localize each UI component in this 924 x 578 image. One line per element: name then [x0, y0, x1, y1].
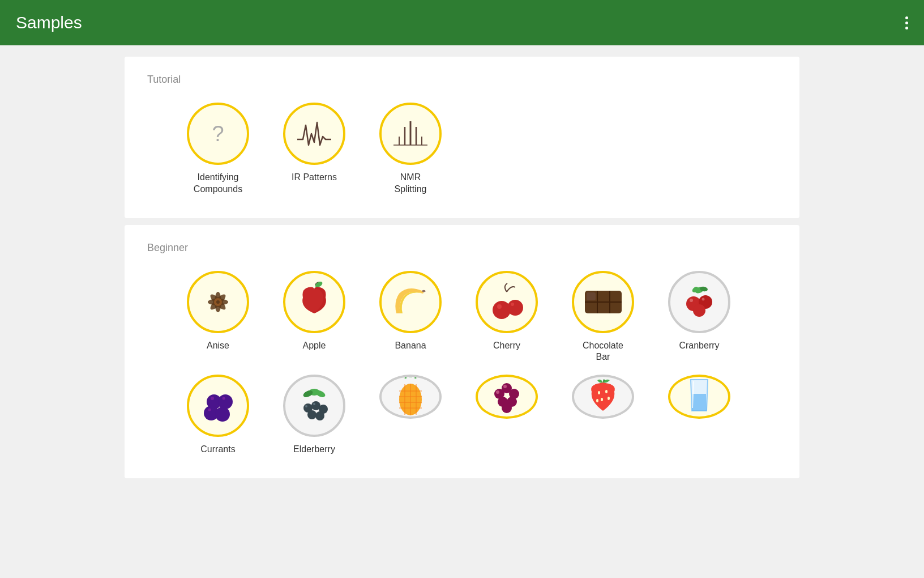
- banana-item[interactable]: Banana: [374, 271, 447, 364]
- svg-point-66: [608, 397, 610, 400]
- svg-point-35: [222, 397, 225, 400]
- cherry-icon-circle: [476, 271, 538, 333]
- ir-patterns-item[interactable]: IR Patterns: [277, 103, 351, 196]
- svg-point-45: [305, 405, 307, 407]
- svg-point-16: [511, 303, 514, 306]
- cherry-item[interactable]: Cherry: [470, 271, 544, 364]
- apple-icon-circle: [283, 271, 345, 333]
- chocolate-bar-item[interactable]: ChocolateBar: [566, 271, 640, 364]
- currants-icon: [197, 386, 239, 426]
- elderberry-label: Elderberry: [293, 444, 335, 456]
- raspberry-item[interactable]: [470, 375, 544, 426]
- svg-point-27: [693, 304, 705, 317]
- tutorial-items-grid: ? IdentifyingCompounds IR Patterns: [147, 103, 777, 196]
- svg-point-11: [216, 300, 220, 304]
- nmr-splitting-icon-circle: [379, 103, 442, 165]
- svg-point-44: [315, 411, 324, 420]
- elderberry-icon-circle: [283, 375, 345, 437]
- svg-rect-21: [587, 292, 596, 300]
- elderberry-icon: [292, 385, 336, 426]
- strawberry-icon-circle: [572, 375, 634, 419]
- anise-label: Anise: [207, 340, 229, 352]
- svg-point-60: [502, 403, 512, 413]
- water-glass-icon: [685, 377, 713, 416]
- anise-icon: [198, 282, 238, 322]
- identifying-compounds-item[interactable]: ? IdentifyingCompounds: [181, 103, 255, 196]
- svg-point-61: [503, 385, 507, 388]
- apple-icon: [294, 280, 334, 323]
- identifying-compounds-icon-circle: ?: [187, 103, 249, 165]
- svg-point-43: [307, 410, 316, 419]
- chocolate-bar-icon: [582, 286, 624, 317]
- svg-point-64: [605, 390, 608, 393]
- currants-label: Currants: [200, 444, 235, 456]
- strawberry-item[interactable]: [566, 375, 640, 426]
- currants-item[interactable]: Currants: [181, 375, 255, 456]
- cranberry-label: Cranberry: [679, 340, 719, 352]
- pineapple-icon-circle: [379, 375, 442, 419]
- chocolate-bar-label: ChocolateBar: [583, 340, 623, 364]
- banana-label: Banana: [395, 340, 426, 352]
- ir-patterns-label: IR Patterns: [292, 172, 337, 184]
- svg-point-31: [218, 394, 233, 409]
- elderberry-item[interactable]: Elderberry: [277, 375, 351, 456]
- water-item[interactable]: [662, 375, 736, 426]
- beginner-section: Beginner: [125, 225, 799, 478]
- pineapple-item[interactable]: [374, 375, 447, 426]
- cherry-label: Cherry: [493, 340, 520, 352]
- app-title: Samples: [16, 13, 82, 32]
- svg-point-65: [601, 398, 603, 401]
- strawberry-icon: [585, 376, 622, 418]
- anise-icon-circle: [187, 271, 249, 333]
- svg-point-67: [596, 399, 598, 402]
- banana-icon-circle: [379, 271, 442, 333]
- beginner-section-title: Beginner: [147, 242, 777, 254]
- beginner-items-grid: Anise Apple: [147, 271, 777, 456]
- apple-label: Apple: [303, 340, 326, 352]
- nmr-splitting-label: NMRSplitting: [395, 172, 427, 196]
- currants-icon-circle: [187, 375, 249, 437]
- svg-point-36: [208, 409, 211, 411]
- chocolate-bar-icon-circle: [572, 271, 634, 333]
- question-mark-icon: ?: [212, 122, 224, 146]
- pineapple-icon: [395, 375, 426, 419]
- ir-patterns-icon-circle: [283, 103, 345, 165]
- banana-icon: [388, 282, 433, 322]
- cherry-icon: [486, 280, 528, 323]
- svg-point-62: [496, 390, 499, 394]
- nmr-splitting-icon: [391, 117, 430, 151]
- svg-point-63: [598, 391, 600, 394]
- apple-item[interactable]: Apple: [277, 271, 351, 364]
- cranberry-icon: [678, 282, 721, 322]
- svg-point-29: [701, 298, 704, 300]
- anise-item[interactable]: Anise: [181, 271, 255, 364]
- nmr-splitting-item[interactable]: NMRSplitting: [374, 103, 447, 196]
- tutorial-section: Tutorial ? IdentifyingCompounds IR Patte…: [125, 57, 799, 218]
- svg-point-33: [215, 407, 230, 422]
- more-vertical-icon[interactable]: [905, 16, 908, 29]
- cranberry-item[interactable]: Cranberry: [662, 271, 736, 364]
- cranberry-icon-circle: [668, 271, 730, 333]
- raspberry-icon: [487, 377, 527, 416]
- raspberry-icon-circle: [476, 375, 538, 419]
- svg-point-14: [507, 300, 523, 316]
- ir-pattern-icon: [294, 117, 334, 151]
- svg-point-34: [211, 397, 214, 400]
- tutorial-section-title: Tutorial: [147, 74, 777, 86]
- svg-point-28: [690, 299, 693, 302]
- app-header: Samples: [0, 0, 924, 45]
- svg-point-46: [313, 403, 315, 405]
- water-icon-circle: [668, 375, 730, 419]
- content-area: Tutorial ? IdentifyingCompounds IR Patte…: [0, 45, 924, 496]
- svg-point-15: [497, 304, 502, 309]
- identifying-compounds-label: IdentifyingCompounds: [194, 172, 242, 196]
